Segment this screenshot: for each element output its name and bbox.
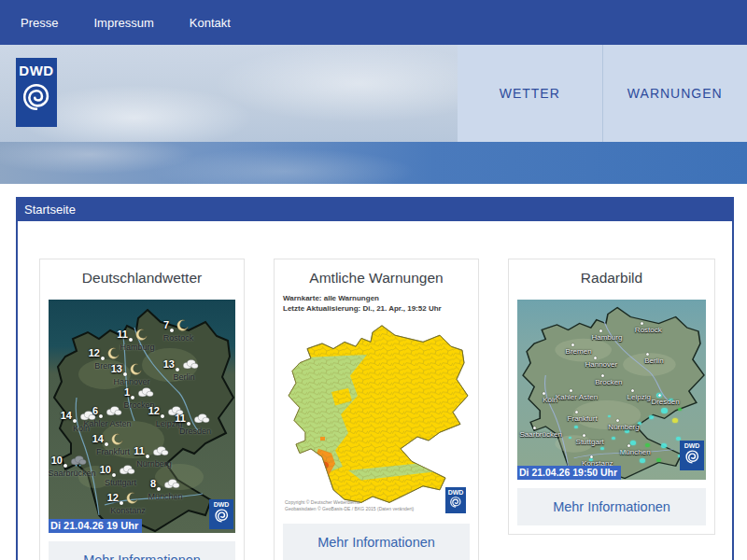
city-dot bbox=[99, 414, 103, 418]
city-dot bbox=[575, 411, 578, 413]
cloud-icon bbox=[182, 357, 199, 374]
cloud-icon bbox=[106, 404, 122, 421]
dwd-watermark-text: DWD bbox=[445, 489, 466, 496]
city-markers-layer: RostockHamburgBremenHannoverBerlinBrocke… bbox=[517, 300, 706, 480]
moon-icon bbox=[107, 346, 120, 363]
city-dot bbox=[583, 434, 585, 437]
dwd-spiral-icon bbox=[684, 449, 700, 465]
map-timestamp: Di 21.04.26 19:50 Uhr bbox=[517, 466, 621, 480]
dwd-watermark-logo: DWD bbox=[680, 441, 704, 470]
warnkarte-line: Warnkarte: alle Warnungen bbox=[283, 294, 470, 304]
city-dot bbox=[646, 353, 649, 356]
temperature-value: 10 bbox=[100, 464, 111, 475]
utility-link-presse[interactable]: Presse bbox=[21, 16, 58, 30]
more-info-link[interactable]: Mehr Informationen bbox=[49, 541, 235, 560]
city-dot bbox=[658, 394, 661, 397]
dwd-logo-text: DWD bbox=[16, 63, 57, 78]
breadcrumb: Startseite bbox=[18, 197, 732, 221]
raincloud-icon bbox=[70, 454, 87, 470]
breadcrumb-label: Startseite bbox=[24, 203, 76, 217]
city-dot bbox=[63, 464, 67, 468]
city-dot bbox=[129, 338, 133, 342]
warning-map-subtitle: Warnkarte: alle Warnungen Letzte Aktuali… bbox=[283, 294, 470, 315]
city-dot bbox=[641, 322, 643, 325]
nav-item-wetter[interactable]: WETTER bbox=[458, 45, 602, 142]
city-label: Dresden bbox=[631, 398, 700, 406]
city-markers-layer: Rostock7Hamburg11Bremen12Hannover13Berli… bbox=[49, 300, 235, 533]
moon-icon bbox=[111, 432, 123, 449]
city-dot bbox=[101, 357, 105, 360]
temperature-value: 8 bbox=[150, 478, 156, 489]
card-title: Deutschlandwetter bbox=[49, 270, 235, 287]
cloud-icon bbox=[163, 477, 180, 494]
temperature-value: 10 bbox=[51, 455, 63, 466]
warning-map[interactable]: Copyright © Deutscher Wetterdienst Geoba… bbox=[283, 317, 470, 515]
city-dot bbox=[112, 473, 116, 477]
teaser-cards-row: Deutschlandwetter bbox=[18, 221, 732, 560]
temperature-value: 12 bbox=[107, 492, 119, 503]
temperature-value: 12 bbox=[148, 405, 160, 416]
city-dot bbox=[170, 329, 174, 332]
city-dot bbox=[105, 442, 108, 446]
germany-weather-map[interactable]: Rostock7Hamburg11Bremen12Hannover13Berli… bbox=[49, 300, 235, 533]
city-dot bbox=[590, 455, 593, 458]
temperature-value: 14 bbox=[61, 410, 72, 421]
cloud-icon bbox=[193, 412, 210, 428]
radar-map[interactable]: RostockHamburgBremenHannoverBerlinBrocke… bbox=[517, 300, 706, 480]
city-label: Köln bbox=[517, 396, 585, 404]
moon-icon bbox=[130, 362, 142, 379]
dwd-logo[interactable]: DWD bbox=[16, 58, 57, 127]
card-radarbild: Radarbild bbox=[508, 259, 715, 535]
city-dot bbox=[570, 389, 572, 392]
temperature-value: 13 bbox=[111, 363, 122, 374]
nav-item-warnungen[interactable]: WARNUNGEN bbox=[602, 45, 747, 142]
sky-banner bbox=[0, 142, 747, 184]
city-dot bbox=[594, 357, 597, 359]
more-info-link[interactable]: Mehr Informationen bbox=[283, 524, 470, 560]
city-label: Bremen bbox=[544, 347, 613, 356]
city-dot bbox=[631, 389, 634, 392]
city-label: Brocken bbox=[574, 378, 643, 386]
city-dot bbox=[131, 396, 134, 399]
city-dot bbox=[533, 427, 536, 429]
city-dot bbox=[599, 329, 602, 332]
dwd-watermark-text: DWD bbox=[680, 442, 704, 449]
top-utility-bar: PresseImpressumKontakt bbox=[0, 0, 747, 45]
utility-link-kontakt[interactable]: Kontakt bbox=[190, 16, 231, 30]
city-dot bbox=[601, 374, 604, 377]
cloud-icon bbox=[137, 385, 154, 402]
city-label: München bbox=[600, 448, 669, 456]
city-label: Nürnberg bbox=[589, 423, 658, 431]
map-timestamp: Di 21.04.26 19 Uhr bbox=[49, 519, 142, 533]
temperature-value: 14 bbox=[92, 433, 104, 444]
city-dot bbox=[157, 487, 161, 491]
utility-link-impressum[interactable]: Impressum bbox=[93, 16, 153, 30]
city-label: Hamburg bbox=[572, 333, 641, 342]
city-dot bbox=[176, 368, 179, 371]
city-dot bbox=[616, 419, 619, 422]
dwd-watermark-text: DWD bbox=[209, 501, 233, 508]
cloud-icon bbox=[152, 444, 169, 461]
update-time-line: Letzte Aktualisierung: Di., 21. Apr., 19… bbox=[283, 304, 470, 315]
more-info-link[interactable]: Mehr Informationen bbox=[517, 488, 706, 525]
temperature-value: 11 bbox=[175, 413, 186, 424]
city-dot bbox=[571, 343, 574, 346]
main-navigation: WETTERWARNUNGEN bbox=[458, 45, 747, 142]
utility-links: PresseImpressumKontakt bbox=[21, 16, 231, 30]
city-label: Stuttgart bbox=[556, 438, 625, 446]
city-dot bbox=[161, 414, 164, 418]
temperature-value: 12 bbox=[89, 347, 100, 358]
map-copyright: Copyright © Deutscher Wetterdienst Geoba… bbox=[285, 499, 414, 512]
temperature-value: 7 bbox=[163, 319, 169, 330]
site-header: DWD WETTERWARNUNGEN bbox=[0, 45, 747, 142]
content-wrapper: Startseite Deutschlandwetter bbox=[16, 197, 734, 560]
dwd-spiral-icon bbox=[214, 508, 230, 524]
copyright-line: Copyright © Deutscher Wetterdienst bbox=[285, 499, 414, 506]
moon-icon bbox=[176, 318, 189, 335]
city-label: Berlin bbox=[619, 357, 688, 365]
copyright-line: Geobasisdaten © GeoBasis-DE / BKG 2015 (… bbox=[285, 506, 414, 512]
city-dot bbox=[120, 501, 123, 505]
city-dot bbox=[123, 372, 127, 376]
temperature-value: 11 bbox=[134, 445, 145, 456]
city-label: Frankfurt bbox=[548, 414, 617, 423]
